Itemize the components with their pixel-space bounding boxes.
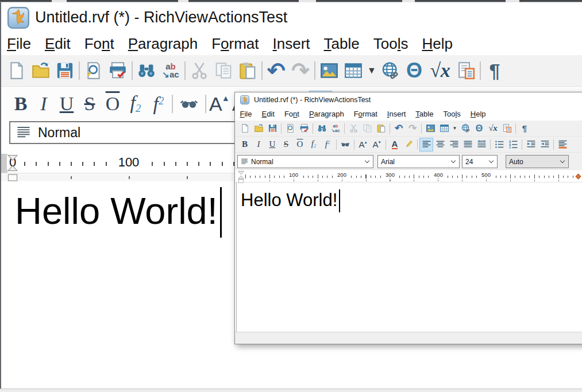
new-button[interactable] <box>238 122 252 135</box>
title-bar[interactable]: Untitled.rvf (*) - RichViewActionsTest <box>0 3 582 32</box>
paragraph-marks-button[interactable]: ¶ <box>483 58 507 83</box>
find-button[interactable] <box>134 58 159 83</box>
paste-button[interactable] <box>236 58 260 83</box>
bold-button[interactable]: B <box>9 91 32 117</box>
insert-equation-button[interactable]: √x <box>486 122 500 135</box>
redo-button[interactable]: ↷ <box>288 58 313 83</box>
italic-button[interactable]: I <box>32 91 55 117</box>
bold-button[interactable]: B <box>238 138 252 152</box>
print-button[interactable] <box>297 122 311 135</box>
subscript-button[interactable]: f2 <box>124 91 147 117</box>
open-button[interactable] <box>252 122 265 135</box>
hidden-text-button[interactable] <box>338 138 352 152</box>
paragraph-marks-button[interactable]: ¶ <box>518 122 531 135</box>
print-preview-button[interactable] <box>82 58 106 83</box>
left-indent-marker[interactable] <box>7 165 18 172</box>
menu-paragraph[interactable]: Paragraph <box>304 110 349 118</box>
outdent-button[interactable] <box>524 138 538 152</box>
menu-insert[interactable]: Insert <box>266 35 317 53</box>
menu-paragraph[interactable]: Paragraph <box>121 35 205 53</box>
bullets-button[interactable] <box>492 138 506 152</box>
undo-button[interactable]: ↶ <box>264 58 288 83</box>
menu-format[interactable]: Format <box>205 35 265 53</box>
redo-button[interactable]: ↷ <box>406 122 419 135</box>
align-left-button[interactable] <box>419 138 433 152</box>
replace-button[interactable]: ab↘ac <box>329 122 342 135</box>
menu-table[interactable]: Table <box>317 35 367 53</box>
undo-button[interactable]: ↶ <box>392 122 406 135</box>
insert-document-button[interactable] <box>454 58 478 83</box>
subscript-button[interactable]: f2 <box>307 138 321 152</box>
font-color-button[interactable]: A <box>388 138 402 152</box>
open-button[interactable] <box>29 58 53 83</box>
insert-table-button[interactable] <box>437 122 451 135</box>
copy-button[interactable] <box>211 58 236 83</box>
overline-button[interactable]: O <box>293 138 307 152</box>
color-dropdown[interactable]: Auto <box>506 155 569 168</box>
new-button[interactable] <box>5 58 29 83</box>
menu-table[interactable]: Table <box>411 110 438 118</box>
hyperlink-button[interactable] <box>458 122 472 135</box>
superscript-button[interactable]: f2 <box>147 91 170 117</box>
hanging-indent-box[interactable] <box>7 174 18 181</box>
menu-help[interactable]: Help <box>465 110 491 118</box>
italic-button[interactable]: I <box>252 138 265 152</box>
hyperlink-button[interactable] <box>378 58 402 83</box>
paragraph-color-button[interactable] <box>556 138 569 152</box>
menu-tools[interactable]: Tools <box>438 110 465 118</box>
font-size-dropdown[interactable]: 24 <box>462 155 498 168</box>
menu-format[interactable]: Format <box>349 110 382 118</box>
print-preview-button[interactable] <box>283 122 297 135</box>
insert-symbol-button[interactable]: Θ <box>472 122 486 135</box>
first-line-indent-marker[interactable] <box>238 170 244 175</box>
find-button[interactable] <box>315 122 329 135</box>
menu-edit[interactable]: Edit <box>38 35 78 53</box>
insert-equation-button[interactable]: √x <box>426 58 454 83</box>
title-bar[interactable]: Untitled.rvf (*) - RichViewActionsTest <box>235 92 582 107</box>
cut-button[interactable] <box>187 58 211 83</box>
document-editor[interactable]: Hello World! <box>235 183 582 332</box>
menu-edit[interactable]: Edit <box>257 110 279 118</box>
overline-button[interactable]: O <box>101 91 124 117</box>
insert-image-button[interactable] <box>423 122 437 135</box>
menu-tools[interactable]: Tools <box>367 35 415 53</box>
menu-file[interactable]: File <box>0 35 38 53</box>
justify-button[interactable] <box>461 138 475 152</box>
save-button[interactable] <box>53 58 77 83</box>
highlight-button[interactable] <box>402 138 415 152</box>
table-menu-button[interactable]: ▼ <box>365 58 378 83</box>
superscript-button[interactable]: f2 <box>321 138 334 152</box>
hidden-text-button[interactable] <box>175 91 203 117</box>
copy-button[interactable] <box>360 122 374 135</box>
insert-symbol-button[interactable]: Θ <box>402 58 426 83</box>
insert-table-button[interactable] <box>341 58 365 83</box>
style-dropdown[interactable]: Normal <box>237 155 373 168</box>
align-center-button[interactable] <box>433 138 447 152</box>
shrink-font-button[interactable]: A▼ <box>370 138 384 152</box>
first-line-indent-marker[interactable] <box>7 154 18 161</box>
underline-button[interactable]: U <box>55 91 78 117</box>
grow-font-button[interactable]: A▲ <box>356 138 370 152</box>
cut-button[interactable] <box>346 122 360 135</box>
menu-help[interactable]: Help <box>415 35 459 53</box>
numbering-button[interactable] <box>506 138 520 152</box>
menu-file[interactable]: File <box>235 110 257 118</box>
menu-insert[interactable]: Insert <box>382 110 411 118</box>
align-right-button[interactable] <box>447 138 461 152</box>
strikethrough-button[interactable]: S <box>279 138 293 152</box>
strikethrough-button[interactable]: S <box>78 91 101 117</box>
menu-font[interactable]: Font <box>78 35 121 53</box>
replace-button[interactable]: ab↘ac <box>159 58 183 83</box>
hanging-indent-box[interactable] <box>238 179 244 183</box>
indent-button[interactable] <box>538 138 552 152</box>
print-button[interactable] <box>106 58 130 83</box>
table-menu-button[interactable]: ▼ <box>451 122 458 135</box>
save-button[interactable] <box>265 122 279 135</box>
insert-image-button[interactable] <box>317 58 341 83</box>
justify-wide-button[interactable] <box>475 138 488 152</box>
font-dropdown[interactable]: Arial <box>377 155 460 168</box>
insert-document-button[interactable] <box>500 122 514 135</box>
underline-button[interactable]: U <box>265 138 279 152</box>
menu-font[interactable]: Font <box>279 110 304 118</box>
grow-font-button[interactable]: A▲ <box>208 91 231 117</box>
